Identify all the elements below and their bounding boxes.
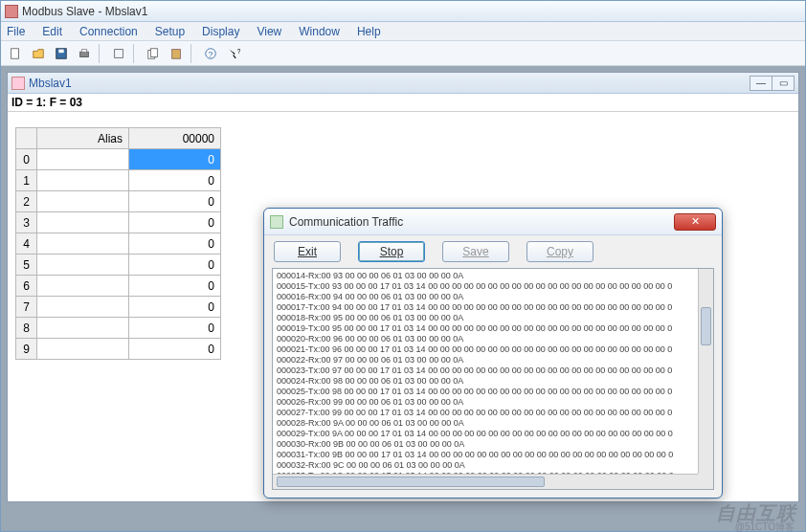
alias-cell[interactable] [37,233,129,255]
child-title-text: Mbslav1 [29,77,72,90]
new-icon[interactable] [5,44,26,63]
traffic-log-text[interactable]: 000014-Rx:00 93 00 00 00 06 01 03 00 00 … [273,269,698,474]
dialog-title-bar[interactable]: Communication Traffic ✕ [264,209,722,235]
status-line: ID = 1: F = 03 [8,94,798,112]
row-number-cell[interactable]: 8 [16,318,37,339]
svg-rect-2 [58,49,63,53]
svg-rect-8 [172,49,181,58]
traffic-log-box: 000014-Rx:00 93 00 00 00 06 01 03 00 00 … [272,268,714,490]
table-row[interactable]: 50 [16,255,221,276]
stop-button[interactable]: Stop [358,241,425,262]
value-cell[interactable]: 0 [129,233,221,255]
table-row[interactable]: 70 [16,297,221,318]
minimize-button[interactable]: — [750,76,772,91]
copy-icon[interactable] [143,44,164,63]
value-cell[interactable]: 0 [129,339,221,360]
menu-bar: File Edit Connection Setup Display View … [1,22,805,41]
menu-view[interactable]: View [257,25,281,38]
menu-help[interactable]: Help [357,25,381,38]
menu-window[interactable]: Window [299,25,340,38]
close-icon: ✕ [691,215,700,228]
svg-rect-7 [150,48,157,56]
scrollbar-thumb[interactable] [701,307,711,345]
col-header-alias[interactable]: Alias [37,128,129,149]
value-cell[interactable]: 0 [129,191,221,212]
alias-cell[interactable] [37,212,129,233]
svg-rect-0 [11,48,19,58]
value-cell[interactable]: 0 [129,149,221,170]
open-icon[interactable] [28,44,49,63]
value-cell[interactable]: 0 [129,276,221,297]
table-row[interactable]: 60 [16,276,221,297]
row-number-cell[interactable]: 6 [16,276,37,297]
cut-icon[interactable] [108,44,129,63]
title-bar[interactable]: Modbus Slave - Mbslav1 [1,1,805,22]
value-cell[interactable]: 0 [129,318,221,339]
exit-button[interactable]: Exit [274,241,341,262]
alias-cell[interactable] [37,191,129,212]
print-icon[interactable] [74,44,95,63]
copy-button[interactable]: Copy [526,241,593,262]
row-number-cell[interactable]: 0 [16,149,37,170]
svg-text:?: ? [237,48,241,55]
alias-cell[interactable] [37,255,129,276]
menu-display[interactable]: Display [202,25,239,38]
menu-connection[interactable]: Connection [79,25,138,38]
mdi-client-area: Mbslav1 — ▭ ID = 1: F = 03 Alias 00000 [1,66,805,531]
close-button[interactable]: ✕ [674,213,716,231]
table-row[interactable]: 00 [16,149,221,170]
alias-cell[interactable] [37,170,129,191]
save-button[interactable]: Save [442,241,509,262]
dialog-button-row: Exit Stop Save Copy [264,235,722,268]
svg-rect-5 [115,49,123,57]
table-row[interactable]: 30 [16,212,221,233]
row-number-cell[interactable]: 1 [16,170,37,191]
value-cell[interactable]: 0 [129,170,221,191]
app-icon [5,5,18,18]
menu-edit[interactable]: Edit [42,25,62,38]
table-row[interactable]: 40 [16,233,221,255]
row-number-cell[interactable]: 5 [16,255,37,276]
register-grid[interactable]: Alias 00000 00102030405060708090 [15,127,221,360]
table-row[interactable]: 20 [16,191,221,212]
value-cell[interactable]: 0 [129,297,221,318]
value-cell[interactable]: 0 [129,212,221,233]
table-row[interactable]: 90 [16,339,221,360]
menu-setup[interactable]: Setup [155,25,185,38]
menu-file[interactable]: File [7,25,25,38]
col-header-rownum[interactable] [16,128,37,149]
row-number-cell[interactable]: 3 [16,212,37,233]
app-title: Modbus Slave - Mbslav1 [22,5,147,18]
alias-cell[interactable] [37,297,129,318]
row-number-cell[interactable]: 4 [16,233,37,255]
child-title-bar[interactable]: Mbslav1 — ▭ [8,73,798,94]
scrollbar-thumb[interactable] [277,477,545,487]
scroll-corner [698,474,713,489]
vertical-scrollbar[interactable] [698,269,713,474]
app-window: Modbus Slave - Mbslav1 File Edit Connect… [0,0,806,532]
tool-bar: ? ? [1,41,805,66]
save-icon[interactable] [51,44,72,63]
toolbar-separator [99,44,104,63]
value-cell[interactable]: 0 [129,255,221,276]
alias-cell[interactable] [37,276,129,297]
context-help-icon[interactable]: ? [223,44,244,63]
table-row[interactable]: 80 [16,318,221,339]
table-row[interactable]: 10 [16,170,221,191]
svg-rect-3 [80,52,89,56]
alias-cell[interactable] [37,149,129,170]
row-number-cell[interactable]: 9 [16,339,37,360]
col-header-value[interactable]: 00000 [129,128,221,149]
svg-rect-4 [81,49,86,52]
row-number-cell[interactable]: 7 [16,297,37,318]
row-number-cell[interactable]: 2 [16,191,37,212]
maximize-button[interactable]: ▭ [772,76,795,91]
paste-icon[interactable] [166,44,187,63]
dialog-title-text: Communication Traffic [289,215,403,229]
alias-cell[interactable] [37,339,129,360]
toolbar-separator [190,44,196,63]
horizontal-scrollbar[interactable] [273,474,698,489]
alias-cell[interactable] [37,318,129,339]
help-icon[interactable]: ? [200,44,221,63]
document-icon [11,77,25,90]
